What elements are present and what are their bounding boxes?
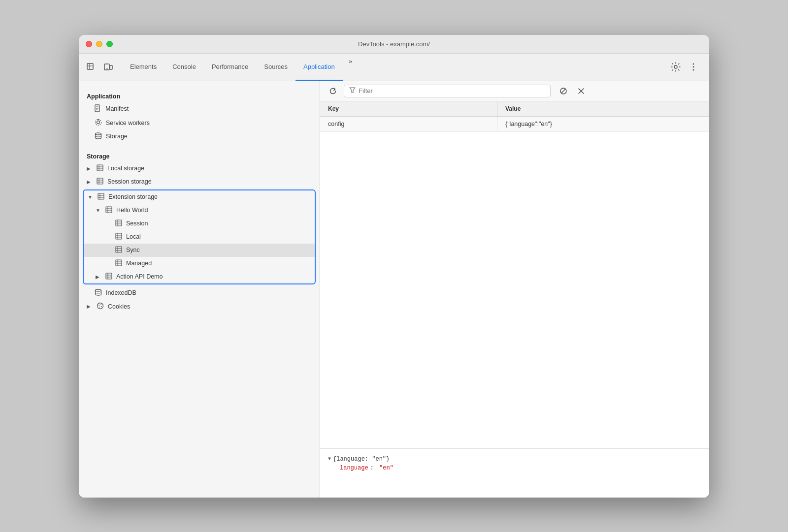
svg-rect-18	[97, 165, 103, 171]
svg-rect-22	[97, 178, 103, 184]
sidebar-item-local-storage[interactable]: ▶ Local storage	[79, 162, 320, 175]
maximize-button[interactable]	[106, 41, 113, 47]
close-panel-button[interactable]	[574, 84, 588, 98]
svg-point-59	[99, 307, 100, 308]
hello-world-arrow: ▼	[96, 208, 101, 213]
cursor-icon-button[interactable]	[83, 59, 98, 75]
cursor-icon	[86, 63, 95, 71]
svg-point-55	[98, 303, 103, 309]
title-bar: DevTools - example.com/	[79, 35, 709, 54]
sidebar-item-action-api-demo[interactable]: ▶ Action API Demo	[84, 270, 315, 283]
main-panel: Key Value config {"language":"en"} ▼ {la…	[320, 81, 709, 498]
refresh-button[interactable]	[326, 84, 340, 98]
settings-button[interactable]	[668, 59, 684, 75]
svg-point-7	[693, 63, 694, 65]
json-property-key: language	[340, 465, 368, 471]
sidebar-item-local-storage-label: Local storage	[107, 165, 144, 172]
key-column-header: Key	[320, 101, 497, 116]
sidebar-item-sync[interactable]: Sync	[84, 244, 315, 257]
sidebar-item-storage-label: Storage	[106, 133, 128, 140]
svg-point-9	[693, 69, 694, 71]
sidebar-item-extension-storage-label: Extension storage	[108, 193, 158, 200]
svg-marker-60	[350, 88, 355, 93]
sidebar-item-extension-storage[interactable]: ▼ Extension storage	[84, 190, 315, 204]
local-icon	[115, 233, 122, 241]
svg-point-14	[97, 121, 100, 124]
table-row[interactable]: config {"language":"en"}	[320, 117, 709, 132]
hello-world-icon	[105, 206, 112, 215]
sidebar-item-sync-label: Sync	[126, 247, 140, 253]
service-workers-icon	[95, 119, 102, 127]
svg-rect-30	[106, 207, 112, 213]
tab-console[interactable]: Console	[164, 54, 204, 81]
json-expand-arrow[interactable]: ▼	[328, 456, 331, 462]
json-property-value: "en"	[379, 465, 394, 471]
more-options-icon	[689, 62, 698, 72]
nav-tabs: Elements Console Performance Sources App…	[122, 54, 666, 81]
svg-point-6	[674, 65, 677, 68]
panel-toolbar	[320, 81, 709, 101]
tab-application[interactable]: Application	[296, 54, 343, 81]
tab-sources[interactable]: Sources	[256, 54, 296, 81]
more-tabs-button[interactable]: »	[343, 54, 359, 69]
sidebar-item-local[interactable]: Local	[84, 230, 315, 244]
sidebar-item-managed[interactable]: Managed	[84, 257, 315, 270]
tab-elements[interactable]: Elements	[122, 54, 164, 81]
minimize-button[interactable]	[96, 41, 102, 47]
sidebar-item-session-storage-label: Session storage	[107, 178, 152, 185]
toolbar-icons	[83, 59, 116, 75]
sidebar-item-manifest[interactable]: Manifest	[79, 102, 320, 116]
sidebar-item-indexed-db-label: IndexedDB	[106, 289, 136, 296]
value-column-header: Value	[497, 101, 709, 116]
device-icon-button[interactable]	[100, 59, 116, 75]
close-button[interactable]	[86, 41, 92, 47]
json-root-label: {language: "en"}	[333, 456, 390, 463]
sidebar-item-service-workers[interactable]: Service workers	[79, 116, 320, 130]
extension-storage-group: ▼ Extension storage ▼	[83, 189, 316, 284]
gear-icon	[671, 62, 681, 72]
svg-rect-26	[98, 193, 104, 199]
svg-point-16	[98, 119, 98, 120]
block-icon	[559, 87, 567, 95]
sidebar-item-hello-world-label: Hello World	[116, 207, 148, 214]
tab-performance[interactable]: Performance	[204, 54, 256, 81]
managed-icon	[115, 259, 122, 268]
cookies-arrow: ▶	[87, 304, 93, 309]
device-icon	[104, 63, 113, 71]
sidebar-item-session-label: Session	[126, 220, 148, 227]
manifest-icon	[95, 104, 101, 114]
refresh-icon	[329, 87, 337, 95]
sidebar-item-session[interactable]: Session	[84, 217, 315, 230]
sidebar-item-storage[interactable]: Storage	[79, 130, 320, 143]
toolbar: Elements Console Performance Sources App…	[79, 54, 709, 81]
svg-rect-34	[116, 220, 122, 226]
filter-container	[344, 85, 551, 97]
traffic-lights	[86, 41, 113, 47]
svg-point-57	[100, 304, 101, 305]
svg-point-54	[96, 289, 101, 291]
more-options-button[interactable]	[686, 59, 701, 75]
clear-button[interactable]	[557, 84, 570, 98]
key-cell: config	[320, 117, 497, 131]
action-api-demo-icon	[105, 273, 112, 281]
svg-point-58	[101, 306, 102, 307]
sidebar-item-hello-world[interactable]: ▼ Hello World	[84, 204, 315, 217]
close-icon	[578, 88, 585, 94]
svg-point-56	[98, 305, 99, 306]
svg-point-15	[96, 119, 101, 125]
svg-rect-0	[87, 63, 93, 69]
devtools-window: DevTools - example.com/ Eleme	[79, 35, 709, 498]
sidebar-item-session-storage[interactable]: ▶ Session storage	[79, 175, 320, 188]
table-header: Key Value	[320, 101, 709, 117]
svg-rect-38	[116, 233, 122, 239]
local-storage-arrow: ▶	[87, 166, 93, 171]
filter-input[interactable]	[359, 87, 545, 94]
action-api-demo-arrow: ▶	[96, 274, 101, 280]
storage-section-title: Storage	[79, 151, 320, 162]
svg-rect-50	[106, 273, 112, 279]
svg-rect-42	[116, 247, 122, 252]
sidebar-item-cookies[interactable]: ▶ Cookies	[79, 300, 320, 313]
toolbar-right	[668, 59, 705, 75]
sidebar-item-indexed-db[interactable]: IndexedDB	[79, 286, 320, 300]
sidebar-item-service-workers-label: Service workers	[106, 120, 150, 126]
